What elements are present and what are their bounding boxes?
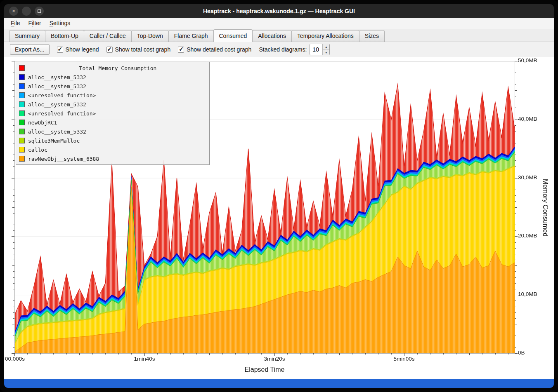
checkbox-icon: ✓ (57, 47, 63, 53)
legend-item: alloc__system_5332 (18, 127, 208, 136)
export-as-button[interactable]: Export As... (10, 44, 50, 55)
checkbox-show-detailed-cost-graph[interactable]: ✓ Show detailed cost graph (178, 46, 251, 53)
titlebar: × − Heaptrack - heaptrack.wakunode.1.gz … (4, 4, 554, 18)
tab-flame-graph[interactable]: Flame Graph (168, 30, 214, 42)
legend-item: alloc__system_5332 (18, 82, 208, 91)
x-axis-title: Elapsed Time (223, 366, 306, 373)
y-axis-label: 10,0MB (518, 291, 547, 297)
stacked-diagrams-spinbox: ▴ ▾ (310, 44, 330, 55)
legend-item: rawNewObj__system_6388 (18, 154, 208, 163)
legend-title-row: Total Memory Consumption (18, 63, 208, 73)
legend-swatch (19, 129, 25, 134)
legend-swatch (19, 147, 25, 153)
legend-item: alloc__system_5332 (18, 73, 208, 82)
y-axis-label: 40,0MB (518, 116, 547, 122)
toolbar: Export As... ✓ Show legend ✓ Show total … (4, 42, 554, 57)
window-controls: × − (9, 7, 44, 16)
legend-swatch (19, 138, 25, 143)
y-axis-title: Memory Consumed (541, 179, 549, 237)
legend-title: Total Memory Consumption (28, 65, 208, 71)
app-window: × − Heaptrack - heaptrack.wakunode.1.gz … (0, 0, 558, 392)
legend-swatch (19, 65, 25, 71)
close-button[interactable]: × (9, 7, 18, 16)
checkbox-label: Show total cost graph (115, 46, 171, 53)
spin-down-button[interactable]: ▾ (323, 49, 329, 55)
tab-temporary-allocations[interactable]: Temporary Allocations (291, 30, 359, 42)
legend-swatch (19, 120, 25, 125)
checkbox-label: Show legend (66, 46, 99, 53)
maximize-icon (38, 9, 41, 13)
legend-item: newObjRC1 (18, 118, 208, 127)
stacked-diagrams-input[interactable] (310, 44, 322, 55)
y-axis-label: 0B (518, 350, 547, 356)
legend-item: sqlite3MemMalloc (18, 136, 208, 145)
menu-file[interactable]: File (7, 18, 24, 29)
tab-top-down[interactable]: Top-Down (131, 30, 169, 42)
legend-item: alloc__system_5332 (18, 100, 208, 109)
chart-area: Total Memory Consumption alloc__system_5… (4, 57, 554, 379)
bottom-strip (4, 379, 554, 388)
window-title: Heaptrack - heaptrack.wakunode.1.gz — He… (4, 8, 554, 14)
x-axis-label: 5min00s (385, 356, 423, 362)
legend-item: <unresolved function> (18, 91, 208, 100)
y-axis-label: 50,0MB (518, 57, 547, 63)
checkbox-label: Show detailed cost graph (187, 46, 251, 53)
tab-sizes[interactable]: Sizes (359, 30, 385, 42)
legend-item: <unresolved function> (18, 109, 208, 118)
x-axis-label: 1min40s (126, 356, 163, 362)
menubar: File Filter Settings (4, 18, 554, 29)
tab-summary[interactable]: Summary (9, 30, 45, 42)
x-axis-label: 00.000s (5, 356, 42, 362)
checkbox-show-legend[interactable]: ✓ Show legend (57, 46, 99, 53)
legend-swatch (19, 92, 25, 98)
legend-swatch (19, 101, 25, 107)
tab-allocations[interactable]: Allocations (252, 30, 292, 42)
spin-up-button[interactable]: ▴ (323, 44, 329, 49)
x-axis-label: 3min20s (256, 356, 293, 362)
chart-legend: Total Memory Consumption alloc__system_5… (16, 62, 210, 165)
legend-swatch (19, 74, 25, 80)
tab-bar: Summary Bottom-Up Caller / Callee Top-Do… (4, 29, 554, 42)
checkbox-show-total-cost-graph[interactable]: ✓ Show total cost graph (106, 46, 171, 53)
legend-swatch (19, 110, 25, 116)
stacked-diagrams-label: Stacked diagrams: (259, 46, 307, 53)
maximize-button[interactable] (35, 7, 44, 16)
legend-swatch (19, 156, 25, 162)
legend-swatch (19, 83, 25, 89)
checkbox-icon: ✓ (106, 47, 113, 53)
tab-bottom-up[interactable]: Bottom-Up (45, 30, 84, 42)
tab-caller-callee[interactable]: Caller / Callee (84, 30, 132, 42)
minimize-button[interactable]: − (22, 7, 31, 16)
checkbox-icon: ✓ (178, 47, 184, 53)
legend-item: calloc (18, 145, 208, 154)
menu-settings[interactable]: Settings (45, 18, 75, 29)
menu-filter[interactable]: Filter (24, 18, 45, 29)
tab-consumed[interactable]: Consumed (213, 29, 253, 42)
